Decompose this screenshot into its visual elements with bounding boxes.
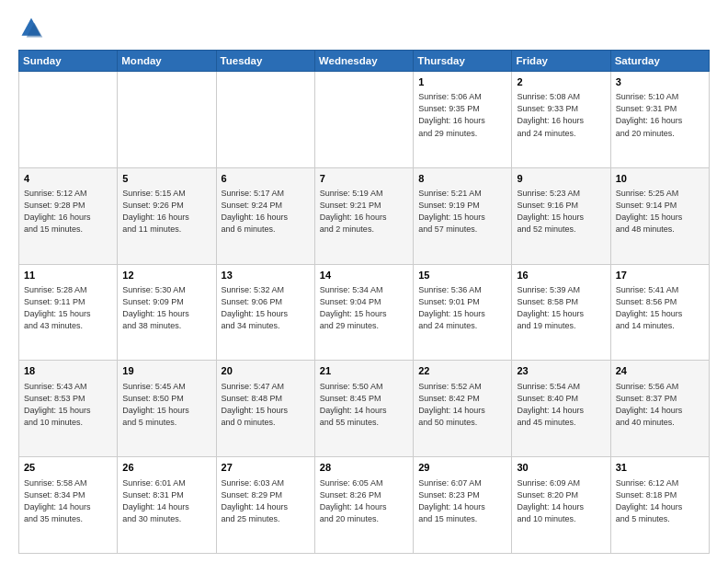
- cell-info: Sunrise: 5:36 AM Sunset: 9:01 PM Dayligh…: [418, 284, 506, 332]
- calendar-week-row: 18Sunrise: 5:43 AM Sunset: 8:53 PM Dayli…: [19, 361, 710, 457]
- calendar-cell: 22Sunrise: 5:52 AM Sunset: 8:42 PM Dayli…: [414, 361, 512, 457]
- calendar-cell: 19Sunrise: 5:45 AM Sunset: 8:50 PM Dayli…: [118, 361, 216, 457]
- calendar-cell: 18Sunrise: 5:43 AM Sunset: 8:53 PM Dayli…: [19, 361, 118, 457]
- calendar-cell: 16Sunrise: 5:39 AM Sunset: 8:58 PM Dayli…: [512, 264, 610, 361]
- calendar-cell: 28Sunrise: 6:05 AM Sunset: 8:26 PM Dayli…: [314, 457, 413, 554]
- calendar-cell: 13Sunrise: 5:32 AM Sunset: 9:06 PM Dayli…: [216, 264, 314, 361]
- day-number: 6: [222, 172, 310, 186]
- calendar-cell: 11Sunrise: 5:28 AM Sunset: 9:11 PM Dayli…: [19, 264, 118, 361]
- cell-info: Sunrise: 5:54 AM Sunset: 8:40 PM Dayligh…: [517, 381, 605, 429]
- calendar-cell: 21Sunrise: 5:50 AM Sunset: 8:45 PM Dayli…: [314, 361, 413, 457]
- calendar-week-row: 4Sunrise: 5:12 AM Sunset: 9:28 PM Daylig…: [19, 167, 710, 264]
- calendar-day-header: Friday: [512, 51, 610, 72]
- page: SundayMondayTuesdayWednesdayThursdayFrid…: [0, 0, 728, 563]
- logo: [18, 15, 48, 40]
- calendar-cell: 14Sunrise: 5:34 AM Sunset: 9:04 PM Dayli…: [314, 264, 413, 361]
- day-number: 4: [24, 172, 112, 186]
- cell-info: Sunrise: 5:39 AM Sunset: 8:58 PM Dayligh…: [517, 284, 605, 332]
- calendar-cell: 26Sunrise: 6:01 AM Sunset: 8:31 PM Dayli…: [118, 457, 216, 554]
- day-number: 13: [222, 269, 310, 282]
- calendar-cell: 1Sunrise: 5:06 AM Sunset: 9:35 PM Daylig…: [414, 72, 512, 168]
- cell-info: Sunrise: 6:05 AM Sunset: 8:26 PM Dayligh…: [320, 477, 408, 525]
- calendar-cell: 27Sunrise: 6:03 AM Sunset: 8:29 PM Dayli…: [216, 457, 314, 554]
- cell-info: Sunrise: 5:28 AM Sunset: 9:11 PM Dayligh…: [24, 284, 112, 332]
- day-number: 9: [517, 172, 605, 186]
- calendar-day-header: Thursday: [414, 51, 512, 72]
- calendar-cell: 15Sunrise: 5:36 AM Sunset: 9:01 PM Dayli…: [414, 264, 512, 361]
- calendar-header-row: SundayMondayTuesdayWednesdayThursdayFrid…: [19, 51, 710, 72]
- day-number: 5: [122, 172, 210, 186]
- cell-info: Sunrise: 5:06 AM Sunset: 9:35 PM Dayligh…: [418, 91, 506, 139]
- calendar-cell: 30Sunrise: 6:09 AM Sunset: 8:20 PM Dayli…: [512, 457, 610, 554]
- cell-info: Sunrise: 5:23 AM Sunset: 9:16 PM Dayligh…: [517, 188, 605, 236]
- calendar-cell: 25Sunrise: 5:58 AM Sunset: 8:34 PM Dayli…: [19, 457, 118, 554]
- calendar-cell: 10Sunrise: 5:25 AM Sunset: 9:14 PM Dayli…: [610, 167, 709, 264]
- calendar-day-header: Tuesday: [216, 51, 314, 72]
- day-number: 20: [222, 364, 310, 378]
- day-number: 31: [616, 461, 704, 475]
- day-number: 26: [122, 461, 210, 475]
- cell-info: Sunrise: 5:45 AM Sunset: 8:50 PM Dayligh…: [122, 381, 210, 429]
- day-number: 23: [517, 364, 605, 378]
- calendar-day-header: Monday: [118, 51, 216, 72]
- calendar-cell: 3Sunrise: 5:10 AM Sunset: 9:31 PM Daylig…: [610, 72, 709, 168]
- day-number: 28: [320, 461, 408, 475]
- calendar-week-row: 11Sunrise: 5:28 AM Sunset: 9:11 PM Dayli…: [19, 264, 710, 361]
- calendar-cell: [19, 72, 118, 168]
- day-number: 16: [517, 269, 605, 282]
- header: [18, 15, 710, 40]
- cell-info: Sunrise: 5:34 AM Sunset: 9:04 PM Dayligh…: [320, 284, 408, 332]
- day-number: 3: [616, 75, 704, 89]
- day-number: 17: [616, 269, 704, 282]
- calendar-day-header: Saturday: [610, 51, 709, 72]
- cell-info: Sunrise: 5:32 AM Sunset: 9:06 PM Dayligh…: [222, 284, 310, 332]
- day-number: 12: [122, 269, 210, 282]
- cell-info: Sunrise: 5:15 AM Sunset: 9:26 PM Dayligh…: [122, 188, 210, 236]
- day-number: 10: [616, 172, 704, 186]
- cell-info: Sunrise: 5:21 AM Sunset: 9:19 PM Dayligh…: [418, 188, 506, 236]
- cell-info: Sunrise: 5:17 AM Sunset: 9:24 PM Dayligh…: [222, 188, 310, 236]
- calendar-cell: 9Sunrise: 5:23 AM Sunset: 9:16 PM Daylig…: [512, 167, 610, 264]
- day-number: 27: [222, 461, 310, 475]
- day-number: 15: [418, 269, 506, 282]
- cell-info: Sunrise: 6:12 AM Sunset: 8:18 PM Dayligh…: [616, 477, 704, 525]
- calendar-cell: 17Sunrise: 5:41 AM Sunset: 8:56 PM Dayli…: [610, 264, 709, 361]
- calendar-cell: 2Sunrise: 5:08 AM Sunset: 9:33 PM Daylig…: [512, 72, 610, 168]
- calendar-week-row: 25Sunrise: 5:58 AM Sunset: 8:34 PM Dayli…: [19, 457, 710, 554]
- cell-info: Sunrise: 5:08 AM Sunset: 9:33 PM Dayligh…: [517, 91, 605, 139]
- day-number: 1: [418, 75, 506, 89]
- day-number: 22: [418, 364, 506, 378]
- day-number: 29: [418, 461, 506, 475]
- day-number: 19: [122, 364, 210, 378]
- calendar-cell: [118, 72, 216, 168]
- calendar-cell: 29Sunrise: 6:07 AM Sunset: 8:23 PM Dayli…: [414, 457, 512, 554]
- calendar-day-header: Wednesday: [314, 51, 413, 72]
- day-number: 8: [418, 172, 506, 186]
- calendar-cell: 5Sunrise: 5:15 AM Sunset: 9:26 PM Daylig…: [118, 167, 216, 264]
- calendar-cell: 6Sunrise: 5:17 AM Sunset: 9:24 PM Daylig…: [216, 167, 314, 264]
- cell-info: Sunrise: 5:52 AM Sunset: 8:42 PM Dayligh…: [418, 381, 506, 429]
- cell-info: Sunrise: 5:41 AM Sunset: 8:56 PM Dayligh…: [616, 284, 704, 332]
- day-number: 14: [320, 269, 408, 282]
- cell-info: Sunrise: 6:03 AM Sunset: 8:29 PM Dayligh…: [222, 477, 310, 525]
- calendar-cell: 12Sunrise: 5:30 AM Sunset: 9:09 PM Dayli…: [118, 264, 216, 361]
- day-number: 25: [24, 461, 112, 475]
- calendar-cell: 8Sunrise: 5:21 AM Sunset: 9:19 PM Daylig…: [414, 167, 512, 264]
- day-number: 21: [320, 364, 408, 378]
- cell-info: Sunrise: 6:09 AM Sunset: 8:20 PM Dayligh…: [517, 477, 605, 525]
- cell-info: Sunrise: 5:58 AM Sunset: 8:34 PM Dayligh…: [24, 477, 112, 525]
- calendar-cell: 7Sunrise: 5:19 AM Sunset: 9:21 PM Daylig…: [314, 167, 413, 264]
- calendar-day-header: Sunday: [19, 51, 118, 72]
- cell-info: Sunrise: 5:30 AM Sunset: 9:09 PM Dayligh…: [122, 284, 210, 332]
- day-number: 7: [320, 172, 408, 186]
- logo-icon: [18, 15, 44, 40]
- day-number: 2: [517, 75, 605, 89]
- day-number: 24: [616, 364, 704, 378]
- day-number: 18: [24, 364, 112, 378]
- cell-info: Sunrise: 5:43 AM Sunset: 8:53 PM Dayligh…: [24, 381, 112, 429]
- cell-info: Sunrise: 5:12 AM Sunset: 9:28 PM Dayligh…: [24, 188, 112, 236]
- cell-info: Sunrise: 5:56 AM Sunset: 8:37 PM Dayligh…: [616, 381, 704, 429]
- cell-info: Sunrise: 5:25 AM Sunset: 9:14 PM Dayligh…: [616, 188, 704, 236]
- calendar-cell: 24Sunrise: 5:56 AM Sunset: 8:37 PM Dayli…: [610, 361, 709, 457]
- cell-info: Sunrise: 5:47 AM Sunset: 8:48 PM Dayligh…: [222, 381, 310, 429]
